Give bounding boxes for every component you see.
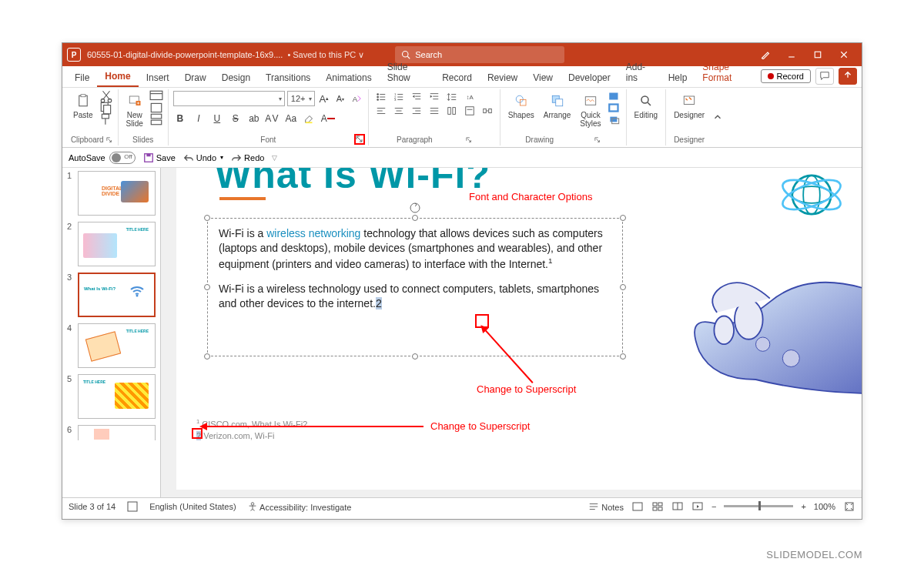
close-button[interactable] bbox=[831, 43, 857, 66]
justify-button[interactable] bbox=[427, 105, 442, 117]
thumbnail-2[interactable]: TITLE HERE bbox=[78, 222, 156, 266]
character-spacing-button[interactable]: AV bbox=[266, 112, 280, 125]
shape-fill-button[interactable] bbox=[608, 91, 621, 102]
strikethrough-button[interactable]: S bbox=[229, 112, 243, 125]
section-button[interactable] bbox=[149, 114, 163, 125]
shapes-button[interactable]: Shapes bbox=[505, 91, 537, 121]
tab-review[interactable]: Review bbox=[480, 68, 525, 87]
tab-home[interactable]: Home bbox=[97, 66, 138, 87]
maximize-button[interactable] bbox=[805, 43, 831, 66]
align-right-button[interactable] bbox=[409, 105, 424, 117]
align-left-button[interactable] bbox=[373, 105, 389, 117]
share-button[interactable] bbox=[839, 68, 857, 85]
smartart-button[interactable] bbox=[480, 105, 495, 117]
format-painter-button[interactable] bbox=[99, 114, 113, 125]
bullets-button[interactable] bbox=[373, 91, 389, 103]
font-family-select[interactable]: ▾ bbox=[173, 91, 285, 106]
dialog-launcher-icon[interactable] bbox=[594, 137, 601, 143]
zoom-level[interactable]: 100% bbox=[814, 502, 835, 511]
save-status[interactable]: • Saved to this PC ∨ bbox=[287, 50, 364, 60]
dialog-launcher-icon[interactable] bbox=[106, 137, 112, 143]
save-button[interactable]: Save bbox=[143, 152, 176, 163]
rotate-handle[interactable] bbox=[409, 202, 421, 218]
tab-design[interactable]: Design bbox=[214, 68, 258, 87]
thumbnail-3[interactable]: What Is Wi-Fi? bbox=[78, 273, 156, 317]
minimize-button[interactable] bbox=[778, 43, 805, 66]
text-direction-button[interactable]: ↕A bbox=[462, 91, 477, 103]
normal-view-button[interactable] bbox=[631, 501, 644, 512]
decrease-font-button[interactable]: A▾ bbox=[333, 92, 347, 105]
autosave-toggle[interactable]: AutoSave Off bbox=[69, 152, 136, 164]
fit-to-window-button[interactable] bbox=[843, 501, 855, 512]
tab-view[interactable]: View bbox=[525, 68, 561, 87]
increase-font-button[interactable]: A▴ bbox=[317, 92, 331, 105]
line-spacing-button[interactable] bbox=[444, 91, 460, 103]
tab-developer[interactable]: Developer bbox=[561, 68, 618, 87]
qat-customize-button[interactable]: ▽ bbox=[272, 154, 277, 162]
comments-button[interactable] bbox=[815, 68, 834, 85]
slide-thumbnails[interactable]: 1DIGITALDIVIDE 2TITLE HERE 3What Is Wi-F… bbox=[62, 168, 161, 497]
thumbnail-4[interactable]: TITLE HERE bbox=[78, 323, 156, 368]
footnotes[interactable]: 1 CISCO.com, What Is Wi-Fi? 2 Verizon.co… bbox=[196, 418, 307, 442]
arrange-button[interactable]: Arrange bbox=[541, 91, 574, 121]
new-slide-button[interactable]: New Slide bbox=[123, 91, 146, 129]
underline-button[interactable]: U bbox=[210, 112, 224, 125]
shadow-button[interactable]: ab bbox=[247, 112, 261, 125]
tab-insert[interactable]: Insert bbox=[139, 68, 177, 87]
editing-button[interactable]: Editing bbox=[631, 91, 661, 121]
font-color-button[interactable]: A bbox=[321, 112, 335, 125]
align-text-button[interactable] bbox=[462, 105, 477, 117]
accessibility-indicator[interactable]: Accessibility: Investigate bbox=[247, 501, 352, 512]
record-button[interactable]: Record bbox=[761, 69, 811, 83]
change-case-button[interactable]: Aa bbox=[284, 112, 298, 125]
paragraph-2[interactable]: Wi-Fi is a wireless technology used to c… bbox=[219, 282, 611, 311]
tab-transitions[interactable]: Transitions bbox=[258, 68, 318, 87]
language-indicator[interactable]: English (United States) bbox=[149, 502, 236, 511]
italic-button[interactable]: I bbox=[192, 112, 206, 125]
highlight-button[interactable] bbox=[303, 112, 316, 125]
tab-addins[interactable]: Add-ins bbox=[618, 57, 661, 87]
body-textbox[interactable]: Wi-Fi is a wireless networking technolog… bbox=[207, 218, 623, 356]
align-center-button[interactable] bbox=[391, 105, 407, 117]
shape-outline-button[interactable] bbox=[608, 102, 621, 113]
notes-button[interactable]: Notes bbox=[588, 501, 624, 512]
sorter-view-button[interactable] bbox=[651, 501, 664, 512]
paste-button[interactable]: Paste bbox=[70, 91, 96, 121]
clear-formatting-button[interactable]: A bbox=[350, 92, 363, 105]
numbering-button[interactable]: 123 bbox=[391, 91, 407, 103]
bold-button[interactable]: B bbox=[173, 112, 187, 125]
tab-draw[interactable]: Draw bbox=[177, 68, 214, 87]
shape-effects-button[interactable] bbox=[608, 114, 621, 125]
thumbnail-5[interactable]: TITLE HERE bbox=[78, 374, 156, 419]
zoom-slider[interactable] bbox=[724, 505, 793, 507]
slide-canvas[interactable]: What Is Wi-Fi? Wi-Fi is a wireless netwo… bbox=[161, 168, 862, 497]
quick-styles-button[interactable]: Quick Styles bbox=[577, 91, 604, 129]
tab-slideshow[interactable]: Slide Show bbox=[380, 57, 434, 87]
cut-button[interactable] bbox=[99, 91, 113, 102]
paragraph-1[interactable]: Wi-Fi is a wireless networking technolog… bbox=[219, 226, 611, 271]
spell-check-icon[interactable] bbox=[126, 501, 139, 512]
thumbnail-1[interactable]: DIGITALDIVIDE bbox=[78, 171, 156, 216]
thumbnail-6[interactable] bbox=[78, 425, 156, 440]
tab-help[interactable]: Help bbox=[661, 68, 695, 87]
reset-button[interactable] bbox=[149, 102, 163, 113]
layout-button[interactable] bbox=[149, 91, 163, 102]
zoom-out-button[interactable]: − bbox=[711, 502, 716, 511]
zoom-in-button[interactable]: + bbox=[801, 502, 805, 511]
designer-button[interactable]: Designer bbox=[671, 91, 708, 121]
undo-button[interactable]: Undo▾ bbox=[183, 152, 223, 163]
decrease-indent-button[interactable] bbox=[409, 91, 424, 103]
collapse-ribbon-button[interactable] bbox=[712, 112, 726, 124]
tab-file[interactable]: File bbox=[67, 68, 97, 87]
increase-indent-button[interactable] bbox=[427, 91, 442, 103]
font-dialog-launcher[interactable] bbox=[354, 134, 365, 145]
font-size-select[interactable]: 12+▾ bbox=[287, 91, 315, 106]
tab-shape-format[interactable]: Shape Format bbox=[695, 57, 760, 87]
tab-animations[interactable]: Animations bbox=[318, 68, 379, 87]
slide-counter[interactable]: Slide 3 of 14 bbox=[69, 502, 116, 511]
redo-button[interactable]: Redo bbox=[231, 152, 264, 163]
copy-button[interactable] bbox=[99, 102, 113, 113]
dialog-launcher-icon[interactable] bbox=[466, 137, 472, 143]
slideshow-view-button[interactable] bbox=[691, 501, 704, 512]
columns-button[interactable] bbox=[444, 105, 460, 117]
